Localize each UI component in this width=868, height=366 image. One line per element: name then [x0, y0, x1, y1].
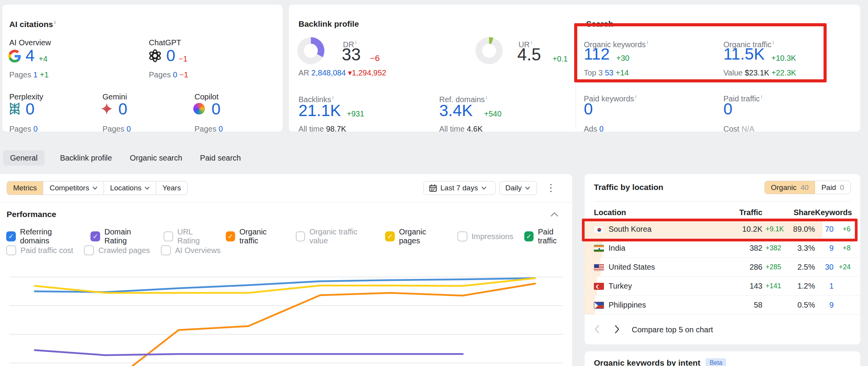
- paid-traffic-value[interactable]: 0: [723, 101, 732, 118]
- table-row-united-states[interactable]: United States 286 +285 2.5% 30 +24: [585, 258, 860, 277]
- ref-domains-alltime: All time 4.6K: [439, 124, 483, 133]
- paid-keywords-value[interactable]: 0: [584, 101, 593, 118]
- more-options-icon[interactable]: ⋮: [546, 182, 556, 194]
- keywords-by-intent-card: Organic keywords by intent Beta: [585, 351, 860, 366]
- paid-toggle-button[interactable]: Paid 0: [815, 181, 850, 194]
- info-icon[interactable]: i: [531, 39, 532, 45]
- prev-page-icon: [594, 325, 600, 334]
- info-icon[interactable]: i: [635, 94, 636, 99]
- section-divider: [576, 21, 576, 129]
- performance-card: Metrics Competitors Locations Years Last…: [0, 174, 572, 366]
- checkbox-paid-traffic[interactable]: ✓Paid traffic: [524, 227, 572, 245]
- checkbox-domain-rating[interactable]: ✓Domain Rating: [90, 227, 153, 245]
- competitors-dropdown[interactable]: Competitors: [43, 181, 104, 195]
- chart-controls-group: Metrics Competitors Locations Years: [7, 181, 188, 195]
- metrics-button[interactable]: Metrics: [7, 181, 43, 195]
- ref-domains-value[interactable]: 3.4K: [439, 102, 472, 119]
- table-row-south-korea[interactable]: South Korea 10.2K +9.1K 89.0% 70 +6: [585, 220, 860, 239]
- locations-dropdown[interactable]: Locations: [104, 181, 156, 195]
- info-icon[interactable]: i: [773, 39, 774, 45]
- ar-value[interactable]: 2,848,084: [311, 68, 346, 77]
- ur-donut-chart: [476, 37, 503, 64]
- analytics-dashboard: { "icons": { "info": "i", "kebab": "⋮", …: [0, 0, 868, 366]
- date-range-dropdown[interactable]: Last 7 days: [423, 181, 496, 195]
- info-icon[interactable]: i: [647, 39, 648, 45]
- tab-backlink-profile[interactable]: Backlink profile: [58, 150, 114, 166]
- column-location: Location: [594, 208, 729, 217]
- tab-general[interactable]: General: [3, 150, 44, 166]
- ar-row: AR 2,848,084 ▾1,294,952: [298, 68, 386, 77]
- backlink-profile-title: Backlink profile: [298, 19, 359, 29]
- ai-overview-pages: Pages 1 +1: [9, 70, 49, 79]
- checkbox-icon: ✓: [524, 231, 534, 241]
- checkbox-crawled-pages[interactable]: Crawled pages: [84, 245, 150, 255]
- tab-organic-search[interactable]: Organic search: [128, 150, 185, 166]
- chatgpt-pages-value[interactable]: 0: [173, 70, 177, 79]
- info-icon[interactable]: i: [54, 19, 56, 25]
- checkbox-url-rating[interactable]: URL Rating: [164, 227, 215, 245]
- table-row-philippines[interactable]: Philippines 58 0.5% 9: [585, 296, 860, 315]
- top3-value[interactable]: 53: [605, 68, 614, 77]
- organic-toggle-button[interactable]: Organic 40: [765, 181, 815, 194]
- metric-checkbox-row-2: Paid traffic cost Crawled pages AI Overv…: [6, 245, 221, 255]
- traffic-type-toggle: Organic 40 Paid 0: [764, 181, 851, 194]
- google-icon: [8, 49, 22, 63]
- table-row-india[interactable]: India 382 +382 3.3% 9 +8: [585, 239, 860, 258]
- checkbox-organic-traffic[interactable]: ✓Organic traffic: [226, 227, 285, 245]
- ai-overview-pages-value[interactable]: 1: [33, 70, 38, 79]
- checkbox-organic-traffic-value[interactable]: Organic traffic value: [296, 227, 375, 245]
- table-row-turkey[interactable]: Turkey 143 +141 1.2% 1: [585, 277, 860, 296]
- checkbox-icon: [296, 231, 305, 241]
- copilot-icon: [193, 103, 205, 115]
- ads-value[interactable]: 0: [599, 125, 604, 133]
- column-keywords: Keywords: [815, 208, 851, 217]
- years-button[interactable]: Years: [156, 181, 187, 195]
- perplexity-pages: Pages 0: [9, 124, 38, 133]
- gemini-pages: Pages 0: [102, 124, 131, 133]
- performance-line-chart[interactable]: [0, 267, 572, 366]
- dr-donut-chart: [297, 37, 324, 64]
- copilot-pages: Pages 0: [194, 124, 223, 133]
- ai-citations-card: AI citationsi AI Overview 4 +4 Pages 1 +…: [2, 5, 283, 132]
- ur-value: 4.5: [517, 46, 541, 63]
- chevron-down-icon: [525, 186, 530, 190]
- info-icon[interactable]: i: [486, 94, 487, 100]
- organic-keywords-value[interactable]: 112: [584, 46, 610, 63]
- traffic-table-header: Location Traffic Share Keywords: [585, 206, 860, 219]
- gemini-pages-value[interactable]: 0: [126, 125, 131, 133]
- checkbox-paid-traffic-cost[interactable]: Paid traffic cost: [6, 245, 73, 255]
- organic-traffic-delta: +10.3K: [771, 53, 796, 63]
- next-page-icon[interactable]: [614, 325, 620, 334]
- checkbox-icon: [164, 231, 173, 241]
- metric-checkbox-row-1: ✓Referring domains ✓Domain Rating URL Ra…: [6, 227, 572, 245]
- traffic-by-location-card: Traffic by location Organic 40 Paid 0 Lo…: [585, 174, 860, 344]
- checkbox-referring-domains[interactable]: ✓Referring domains: [6, 227, 80, 245]
- beta-badge: Beta: [706, 358, 726, 366]
- organic-keywords-delta: +30: [616, 53, 629, 63]
- organic-traffic-value[interactable]: 11.5K: [723, 46, 765, 63]
- checkbox-organic-pages[interactable]: ✓Organic pages: [385, 227, 447, 245]
- info-icon[interactable]: i: [761, 94, 762, 99]
- checkbox-icon: [6, 245, 16, 255]
- backlinks-value[interactable]: 21.1K: [298, 102, 341, 119]
- info-icon[interactable]: i: [355, 39, 356, 45]
- section-tabs: General Backlink profile Organic search …: [3, 150, 243, 166]
- collapse-chevron-up-icon[interactable]: [551, 212, 558, 217]
- ref-domains-delta: +540: [484, 109, 501, 118]
- granularity-dropdown[interactable]: Daily: [500, 181, 537, 195]
- tab-paid-search[interactable]: Paid search: [198, 150, 243, 166]
- perplexity-pages-value[interactable]: 0: [33, 125, 38, 133]
- compare-top5-link[interactable]: Compare top 5 on chart: [632, 325, 713, 334]
- traffic-by-location-title: Traffic by location: [594, 183, 663, 192]
- checkbox-ai-overviews[interactable]: AI Overviews: [161, 245, 221, 255]
- flag-south-korea-icon: [594, 226, 604, 233]
- checkbox-impressions[interactable]: Impressions: [457, 231, 513, 241]
- ur-delta: +0.1: [553, 54, 568, 63]
- ai-overview-value: 4: [26, 47, 34, 64]
- info-icon[interactable]: i: [332, 94, 333, 100]
- copilot-pages-value[interactable]: 0: [218, 125, 223, 133]
- dr-delta: −6: [370, 53, 380, 63]
- copilot-value: 0: [211, 101, 220, 118]
- perplexity-value: 0: [26, 101, 34, 118]
- gemini-value: 0: [118, 101, 127, 118]
